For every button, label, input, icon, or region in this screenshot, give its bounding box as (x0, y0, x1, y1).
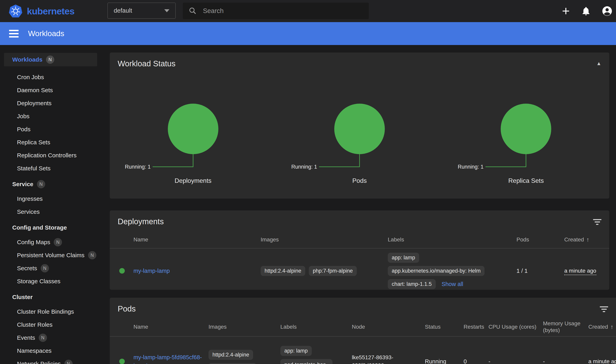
sidebar-item-label: Replica Sets (17, 139, 50, 146)
namespaced-badge: N (54, 238, 62, 246)
sidebar-item-pods[interactable]: Pods (0, 123, 101, 136)
pie-chart-svg: Running: 1 (110, 70, 276, 176)
namespace-select[interactable]: default (107, 2, 176, 19)
kubernetes-logo[interactable]: kubernetes (9, 0, 74, 22)
collapse-icon[interactable]: ▲ (596, 59, 601, 66)
sort-asc-icon: ↑ (586, 236, 589, 243)
account-circle-icon (601, 5, 613, 17)
app-toolbar: Workloads (0, 22, 616, 45)
sidebar-item-ingresses[interactable]: Ingresses (0, 192, 101, 205)
namespaced-badge: N (64, 360, 73, 364)
svg-text:Running: 1: Running: 1 (458, 164, 484, 170)
sidebar-item-config-maps[interactable]: Config Maps N (0, 236, 101, 249)
image-chip: php:7-fpm-alpine (209, 363, 256, 364)
column-header-labels: Labels (280, 324, 352, 330)
sidebar-item-replica-sets[interactable]: Replica Sets (0, 136, 101, 149)
image-chip: httpd:2.4-alpine (209, 350, 253, 360)
sidebar-item-service[interactable]: Service N (0, 178, 101, 191)
sidebar-item-secrets[interactable]: Secrets N (0, 262, 101, 275)
svg-text:Running: 1: Running: 1 (125, 164, 151, 170)
sidebar-item-label: Services (17, 208, 40, 215)
sidebar-section-config-and-storage: Config and Storage (0, 221, 101, 234)
image-chip: httpd:2.4-alpine (261, 266, 305, 276)
sidebar-item-storage-classes[interactable]: Storage Classes (0, 275, 101, 288)
pod-status: Running (425, 358, 464, 364)
label-chip: app: lamp (280, 346, 312, 356)
sidebar-item-replication-controllers[interactable]: Replication Controllers (0, 149, 101, 162)
bell-icon (581, 6, 591, 16)
label-chip: chart: lamp-1.1.5 (388, 279, 436, 289)
label-chip: app: lamp (388, 253, 419, 263)
sidebar-item-events[interactable]: Events N (0, 331, 101, 344)
label-chip: app.kubernetes.io/managed-by: Helm (388, 266, 485, 276)
sidebar-item-label: Jobs (17, 113, 29, 120)
sidebar-item-label: Cron Jobs (17, 74, 44, 80)
column-header-memory-usage: Memory Usage (bytes) (543, 320, 588, 334)
card-title: Workload Status (118, 59, 175, 68)
card-title: Pods (118, 304, 136, 313)
sidebar-item-label: Workloads (12, 56, 42, 63)
sort-asc-icon: ↑ (610, 324, 614, 330)
card-title: Deployments (118, 217, 164, 226)
sidebar-item-label: Config Maps (17, 239, 50, 246)
sidebar-item-network-policies[interactable]: Network Policies N (0, 357, 101, 364)
sidebar-item-label: Replication Controllers (17, 152, 77, 159)
pods-card: Pods Name Images Labels Node Status Rest… (110, 298, 616, 364)
user-menu-button[interactable] (601, 0, 613, 22)
sidebar-item-stateful-sets[interactable]: Stateful Sets (0, 162, 101, 175)
pods-ratio: 1 / 1 (516, 268, 564, 274)
column-header-labels: Labels (388, 236, 516, 243)
namespaced-badge: N (46, 55, 54, 64)
sidebar-item-cron-jobs[interactable]: Cron Jobs (0, 71, 101, 84)
created-timestamp: a minute ago (564, 268, 596, 275)
sidebar-item-label: Cluster Roles (17, 321, 52, 328)
filter-icon[interactable] (593, 217, 601, 225)
plus-icon (560, 6, 571, 17)
column-header-restarts: Restarts (464, 324, 488, 330)
sidebar-item-jobs[interactable]: Jobs (0, 110, 101, 123)
sidebar-item-deployments[interactable]: Deployments (0, 97, 101, 110)
notifications-button[interactable] (581, 0, 591, 22)
sidebar-item-label: Daemon Sets (17, 87, 53, 93)
sidebar-item-label: Network Policies (17, 361, 61, 364)
caret-down-icon (164, 9, 170, 12)
column-header-created[interactable]: Created ↑ (564, 236, 601, 243)
pod-memory-usage: - (543, 358, 588, 364)
deployment-name-link[interactable]: my-lamp-lamp (133, 268, 170, 274)
column-header-status: Status (425, 324, 464, 330)
menu-button[interactable] (9, 30, 19, 38)
sidebar-item-services[interactable]: Services (0, 205, 101, 218)
table-row: my-lamp-lamp httpd:2.4-alpine php:7-fpm-… (110, 248, 609, 290)
logo-text: kubernetes (27, 6, 74, 17)
column-header-name: Name (133, 236, 261, 243)
sidebar-item-cluster-role-bindings[interactable]: Cluster Role Bindings (0, 305, 101, 318)
sidebar-item-persistent-volume-claims[interactable]: Persistent Volume Claims N (0, 249, 101, 262)
sidebar-item-label: Service (12, 181, 33, 188)
sidebar-item-workloads[interactable]: Workloads N (4, 53, 97, 66)
pie-chart-replica-sets: Running: 1 Replica Sets (443, 70, 609, 184)
search-icon (188, 7, 197, 15)
sidebar-item-label: Pods (17, 126, 30, 133)
kubernetes-logo-icon (9, 4, 23, 18)
kubernetes-dashboard: { "colors": { "toolbar-blue": "#4276e1",… (0, 0, 616, 364)
sidebar-item-label: Storage Classes (17, 278, 60, 285)
filter-icon[interactable] (600, 304, 608, 312)
column-header-images: Images (261, 236, 388, 243)
pod-restarts: 0 (464, 358, 488, 364)
sidebar-item-daemon-sets[interactable]: Daemon Sets (0, 84, 101, 97)
top-bar: kubernetes default (0, 0, 616, 22)
sidebar-item-namespaces[interactable]: Namespaces (0, 344, 101, 357)
pie-chart-pods: Running: 1 Pods (276, 70, 443, 184)
chart-title: Replica Sets (508, 177, 544, 184)
column-header-created[interactable]: Created ↑ (588, 324, 616, 330)
pod-name-link[interactable]: my-lamp-lamp-5fd985cf68-jwvz4 (133, 353, 203, 364)
workload-status-card: Workload Status ▲ Running: 1 Deployments (110, 52, 609, 199)
show-all-labels-link[interactable]: Show all (442, 281, 463, 287)
create-resource-button[interactable] (560, 0, 571, 22)
sidebar-item-label: Ingresses (17, 195, 43, 202)
search-input[interactable] (203, 7, 357, 15)
status-ok-icon (119, 268, 125, 273)
image-chip: php:7-fpm-alpine (309, 266, 357, 276)
sidebar-item-cluster-roles[interactable]: Cluster Roles (0, 318, 101, 331)
chart-title: Pods (353, 177, 367, 184)
